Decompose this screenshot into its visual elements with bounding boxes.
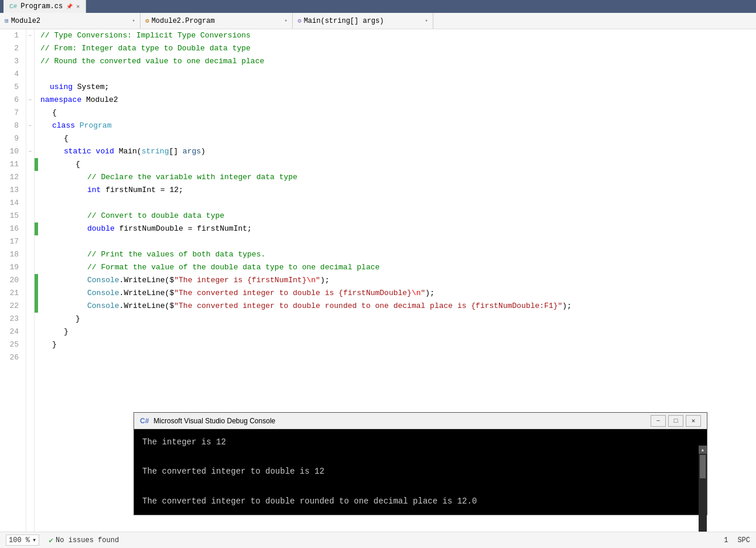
code-line-22: Console.WriteLine($"The converted intege…	[38, 300, 756, 313]
console-line-1: The integer is 12	[142, 435, 699, 450]
collapse-20	[26, 274, 34, 287]
line-num-23: 23	[5, 313, 21, 326]
line-col-label: 1	[724, 536, 728, 544]
method-icon: ⚙	[297, 17, 302, 25]
line-num-25: 25	[5, 338, 21, 351]
title-bar: C# Program.cs 📌 ✕	[0, 0, 756, 13]
collapse-21	[26, 287, 34, 300]
code-line-23: }	[38, 313, 756, 326]
collapse-6[interactable]: −	[26, 94, 34, 107]
collapse-15	[26, 210, 34, 222]
pin-icon[interactable]: 📌	[66, 4, 73, 10]
program-icon: ⚙	[145, 17, 149, 25]
code-line-5: using System;	[38, 81, 756, 94]
console-restore-button[interactable]: □	[668, 415, 683, 427]
code-line-8: class Program	[38, 119, 756, 132]
spc-label: SPC	[737, 536, 750, 544]
line-num-24: 24	[5, 326, 21, 338]
code-line-12: // Declare the variable with integer dat…	[38, 171, 756, 184]
zoom-value: 100 %	[9, 536, 30, 544]
module-label: Module2	[11, 17, 40, 25]
code-line-11: {	[38, 158, 756, 171]
line-num-21: 21	[5, 287, 21, 300]
scroll-thumb[interactable]	[700, 455, 706, 478]
line-num-14: 14	[5, 197, 21, 210]
collapse-18	[26, 248, 34, 261]
collapse-24	[26, 326, 34, 338]
line-num-17: 17	[5, 235, 21, 248]
issues-status: ✔ No issues found	[49, 536, 119, 545]
code-line-24: }	[38, 326, 756, 338]
line-num-22: 22	[5, 300, 21, 313]
line-num-26: 26	[5, 351, 21, 364]
console-cs-icon: C#	[140, 417, 149, 425]
method-dropdown[interactable]: ⚙ Main(string[] args) ▾	[293, 13, 433, 29]
line-num-11: 11	[5, 158, 21, 171]
collapse-10[interactable]: −	[26, 145, 34, 158]
program-arrow-icon: ▾	[285, 18, 288, 24]
close-icon[interactable]: ✕	[76, 3, 80, 10]
program-dropdown[interactable]: ⚙ Module2.Program ▾	[141, 13, 293, 29]
collapse-7	[26, 107, 34, 119]
code-line-10: static void Main(string[] args)	[38, 145, 756, 158]
code-line-17	[38, 235, 756, 248]
line-num-7: 7	[5, 107, 21, 119]
console-body: The integer is 12 The converted integer …	[134, 429, 707, 515]
collapse-9	[26, 132, 34, 145]
code-line-20: Console.WriteLine($"The integer is {firs…	[38, 274, 756, 287]
code-line-26	[38, 351, 756, 364]
code-line-21: Console.WriteLine($"The converted intege…	[38, 287, 756, 300]
code-line-16: double firstNumDouble = firstNumInt;	[38, 222, 756, 235]
code-line-3: // Round the converted value to one deci…	[38, 55, 756, 68]
code-line-25: }	[38, 338, 756, 351]
navigation-bar: ⊞ Module2 ▾ ⚙ Module2.Program ▾ ⚙ Main(s…	[0, 13, 756, 29]
file-tab-icon: C#	[9, 3, 17, 10]
console-title: Microsoft Visual Studio Debug Console	[153, 417, 646, 425]
line-num-9: 9	[5, 132, 21, 145]
line-num-6: 6	[5, 94, 21, 107]
code-line-2: // From: Integer data type to Double dat…	[38, 42, 756, 55]
method-arrow-icon: ▾	[425, 18, 428, 24]
code-line-4	[38, 68, 756, 81]
console-output: The integer is 12 The converted integer …	[134, 429, 707, 515]
collapse-13	[26, 184, 34, 197]
line-num-16: 16	[5, 222, 21, 235]
collapse-16	[26, 222, 34, 235]
console-controls: − □ ✕	[651, 415, 701, 427]
line-num-15: 15	[5, 210, 21, 222]
code-line-7: {	[38, 107, 756, 119]
code-line-14	[38, 197, 756, 210]
check-icon: ✔	[49, 536, 53, 545]
console-close-button[interactable]: ✕	[686, 415, 701, 427]
collapse-25	[26, 338, 34, 351]
collapse-column: − − − −	[26, 29, 35, 532]
collapse-4	[26, 68, 34, 81]
zoom-select[interactable]: 100 % ▾	[6, 535, 39, 546]
collapse-5	[26, 81, 34, 94]
collapse-1[interactable]: −	[26, 29, 34, 42]
collapse-14	[26, 197, 34, 210]
collapse-8[interactable]: −	[26, 119, 34, 132]
line-numbers: 1 2 3 4 5 6 7 8 9 10 11 12 13 14 15 16 1…	[0, 29, 26, 532]
debug-console: C# Microsoft Visual Studio Debug Console…	[134, 412, 707, 515]
line-num-2: 2	[5, 42, 21, 55]
collapse-12	[26, 171, 34, 184]
code-line-6: namespace Module2	[38, 94, 756, 107]
line-num-10: 10	[5, 145, 21, 158]
console-scrollbar[interactable]: ▲ ▼	[699, 446, 707, 532]
line-num-20: 20	[5, 274, 21, 287]
issues-label: No issues found	[56, 536, 119, 544]
line-num-3: 3	[5, 55, 21, 68]
line-num-13: 13	[5, 184, 21, 197]
line-num-1: 1	[5, 29, 21, 42]
scroll-up-icon[interactable]: ▲	[699, 446, 707, 454]
zoom-arrow-icon: ▾	[32, 536, 36, 544]
console-minimize-button[interactable]: −	[651, 415, 666, 427]
file-tab[interactable]: C# Program.cs 📌 ✕	[4, 0, 86, 13]
code-line-9: {	[38, 132, 756, 145]
module-dropdown[interactable]: ⊞ Module2 ▾	[0, 13, 141, 29]
method-label: Main(string[] args)	[304, 17, 384, 25]
line-num-19: 19	[5, 261, 21, 274]
code-line-1: // Type Conversions: Implicit Type Conve…	[38, 29, 756, 42]
collapse-22	[26, 300, 34, 313]
